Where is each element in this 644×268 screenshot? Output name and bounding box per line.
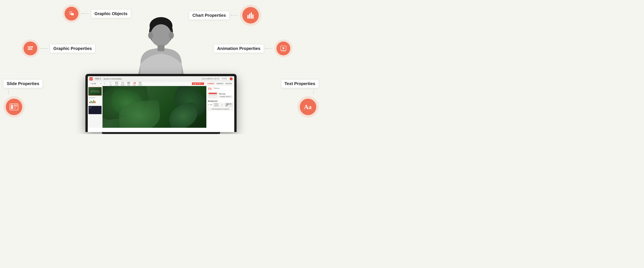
chart-properties-callout: Chart Properties [189,4,261,26]
svg-rect-37 [28,49,32,50]
hide-background-button[interactable]: Hide Background Graphics [208,108,233,110]
svg-rect-29 [71,13,74,15]
add-slide-button[interactable]: + SLIDE [89,82,97,85]
text-properties-callout: Text Properties Aa [281,79,319,118]
text-tool[interactable]: T Text [108,81,113,86]
play-button[interactable]: ▶ PLAY ∨ [192,82,204,85]
slide-thumbnail-2[interactable]: 2 Why do we fail? [88,96,102,105]
tab-themes[interactable]: Themes [214,87,219,90]
svg-rect-38 [32,46,33,48]
tab-slide[interactable]: Slide [208,87,212,90]
svg-rect-18 [128,82,130,84]
app-bar: D FILE ∨ Quotes of Scott Belsky Last mod… [88,76,234,82]
layout-thumbnail [208,92,218,98]
redo-button[interactable]: ↷ [103,82,106,85]
text-properties-icon-ring: Aa [297,96,319,118]
svg-rect-47 [14,106,17,107]
svg-rect-48 [14,108,16,108]
text-properties-icon: Aa [300,99,316,115]
monitor-stand [102,132,220,134]
share-button[interactable]: SHARE [220,77,229,80]
graphic-objects-icon-ring [62,4,80,23]
file-button[interactable]: FILE ∨ [94,77,102,80]
fill-arrow-icon: ▶ [208,104,209,106]
svg-point-4 [169,32,174,39]
slide-background-image [102,86,206,128]
main-content-area: 1 Make the plan,take it step by step 2 W… [88,86,234,128]
slide-properties-icon [6,99,22,115]
apply-to-all-button[interactable]: Apply To All [224,103,233,107]
main-toolbar: + SLIDE ↶ ↷ T Text [88,82,234,86]
slide-properties-icon-ring [3,96,25,118]
svg-rect-31 [249,14,250,18]
slide-thumbnail-3[interactable]: 3 Who are we? [88,106,102,114]
play-triangle-icon [194,83,194,84]
graphic-properties-callout: Graphic Properties [21,40,95,58]
animate-tab[interactable]: ANIMATE [216,82,224,85]
svg-point-3 [148,32,153,39]
graphic-properties-label: Graphic Properties [50,44,95,53]
animation-properties-callout: Animation Properties [214,40,292,58]
slide-canvas [102,86,206,128]
svg-rect-24 [134,82,135,84]
animation-properties-connector [266,48,272,48]
svg-point-2 [151,24,171,46]
layout-name: Title Only [219,93,233,95]
graphic-objects-label: Graphic Objects [91,9,131,18]
slide-thumbnail-1[interactable]: 1 Make the plan,take it step by step [88,87,102,96]
chart-properties-connector [231,15,238,16]
chart-properties-label: Chart Properties [189,11,229,20]
fill-row: ▶ Fill Follow Layout ∨ Apply To All [208,103,233,107]
svg-rect-23 [134,83,134,84]
format-tab[interactable]: FORMAT [207,82,215,85]
svg-rect-33 [252,14,254,18]
graphic-objects-icon [64,7,78,20]
chart-tool[interactable]: Chart [132,81,137,86]
text-properties-label: Text Properties [281,79,319,88]
svg-rect-32 [251,12,252,18]
svg-marker-27 [140,82,141,83]
background-title: Background [208,100,233,102]
undo-button[interactable]: ↶ [100,82,102,85]
svg-rect-42 [283,51,284,51]
svg-rect-41 [281,51,282,51]
properties-panel: Slide Themes [206,86,234,128]
svg-rect-43 [284,51,286,51]
slide-properties-callout: Slide Properties [3,79,43,118]
chart-properties-icon-ring [240,4,261,26]
graphic-properties-icon [24,42,37,55]
graphic-objects-connector [82,14,89,14]
svg-marker-40 [283,47,285,49]
app-logo: D [89,77,93,80]
svg-rect-17 [122,82,124,84]
toolbar-divider3 [205,82,206,85]
svg-text:T: T [110,82,111,84]
media-tool[interactable]: Media [138,81,143,86]
svg-text:Aa: Aa [304,104,312,110]
graphic-properties-icon-ring [21,40,40,58]
app-actions: Last modified on Jan 23 SHARE [202,77,233,80]
user-avatar [230,77,233,80]
image-tool[interactable]: Image [114,81,120,86]
chart-properties-icon [242,7,259,24]
layout-section: Title Only Change Layout ∨ [208,92,233,99]
svg-rect-35 [28,46,32,47]
svg-rect-5 [158,45,164,51]
animation-properties-icon-ring [274,40,292,58]
table-tool[interactable]: Table [126,81,131,86]
animation-properties-icon [276,42,290,55]
last-modified: Last modified on Jan 23 [202,78,219,80]
shape-tool[interactable]: Shape [120,81,126,86]
background-section: Background ▶ Fill Follow Layout ∨ Apply … [208,100,233,110]
graphic-properties-connector [42,48,48,48]
slide-properties-label: Slide Properties [3,79,43,88]
svg-rect-45 [11,105,13,109]
fill-label: Fill [210,104,212,106]
review-tab[interactable]: REVIEW [225,82,233,85]
animation-properties-label: Animation Properties [214,44,264,53]
follow-layout-dropdown[interactable]: Follow Layout ∨ [213,103,224,107]
monitor: D FILE ∨ Quotes of Scott Belsky Last mod… [86,74,236,134]
svg-rect-36 [28,48,32,48]
change-layout-button[interactable]: Change Layout ∨ [219,95,233,98]
insert-tools: T Text Image [108,81,143,86]
